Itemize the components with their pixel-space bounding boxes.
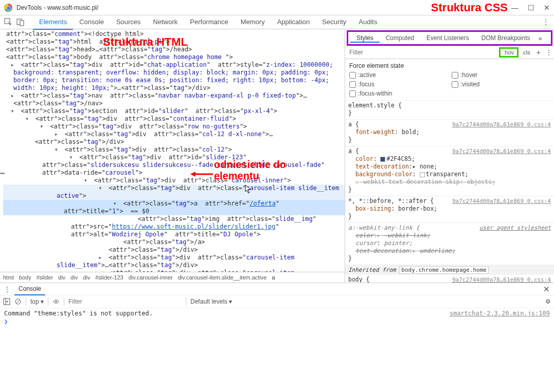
breadcrumb-item[interactable]: div: [70, 274, 78, 281]
annotation-struct-css: Struktura CSS: [431, 1, 508, 14]
styles-tab-event-listeners[interactable]: Event Listeners: [420, 34, 475, 42]
breadcrumb-item[interactable]: a: [272, 274, 275, 281]
console-tab[interactable]: Console: [14, 283, 45, 295]
console-sidebar-toggle-icon[interactable]: [3, 298, 10, 305]
force-state-checkbox[interactable]: [349, 72, 356, 79]
dom-line-marker: •••: [0, 170, 5, 176]
styles-tab-dom-breakpoints[interactable]: DOM Breakpoints: [475, 34, 537, 42]
tab-security[interactable]: Security: [316, 15, 352, 30]
force-state-title: Force element state: [349, 62, 550, 69]
breadcrumb-item[interactable]: div: [83, 274, 90, 281]
breadcrumb-item[interactable]: div.carousel-inner: [129, 274, 173, 281]
breadcrumb-item[interactable]: #slider-123: [95, 274, 123, 281]
styles-panel: StylesComputedEvent ListenersDOM Breakpo…: [345, 29, 554, 283]
dom-line[interactable]: ▾<attr">class="tag">a attr">href="/ofert…: [3, 200, 345, 215]
inherited-from-row: Inherited from body.chrome.homepage.home: [345, 265, 554, 275]
dom-line[interactable]: ▸<attr">class="tag">nav attr">class="nav…: [3, 92, 345, 107]
force-state-focus[interactable]: :focus: [349, 81, 448, 88]
force-state-visited[interactable]: :visited: [452, 81, 550, 88]
close-button[interactable]: ✕: [544, 4, 550, 12]
console-message-source[interactable]: smartchat-2.3.20.min.js:109: [450, 309, 550, 318]
breadcrumb-item[interactable]: body: [19, 274, 31, 281]
css-rule[interactable]: a {9a7c2744d00a78…61e869 0.css:4font-wei…: [345, 120, 554, 146]
console-message: Command "theme:styles" is not supported.: [4, 309, 153, 318]
styles-tab-computed[interactable]: Computed: [380, 34, 420, 42]
inspect-icon[interactable]: [2, 16, 14, 28]
styles-tabs-highlight: StylesComputedEvent ListenersDOM Breakpo…: [347, 30, 552, 46]
devtools-tabbar: ElementsConsoleSourcesNetworkPerformance…: [0, 15, 554, 29]
dom-line[interactable]: ▾<attr">class="tag">div attr">class="con…: [3, 115, 345, 123]
dom-tree[interactable]: attr">class="comment"><!doctype html> <a…: [0, 29, 345, 272]
dom-line[interactable]: ▾<attr">class="tag">div attr">class="col…: [3, 146, 345, 154]
force-state-checkbox[interactable]: [349, 90, 356, 97]
console-levels-selector[interactable]: Default levels ▾: [190, 298, 232, 305]
live-expression-icon[interactable]: [52, 298, 60, 305]
breadcrumb-item[interactable]: div: [58, 274, 65, 281]
tab-console[interactable]: Console: [73, 15, 110, 30]
force-state-checkbox[interactable]: [452, 81, 458, 88]
tab-audits[interactable]: Audits: [352, 15, 383, 30]
force-state-hover[interactable]: :hover: [452, 71, 550, 79]
new-style-rule-button[interactable]: +: [533, 48, 544, 57]
dom-line[interactable]: ▸<attr">class="tag">div attr">class="col…: [3, 130, 345, 146]
cls-toggle-button[interactable]: .cls: [520, 49, 532, 56]
breadcrumb-item[interactable]: #slider: [37, 274, 53, 281]
css-rule[interactable]: a {9a7c2744d00a78…61e869 0.css:4color: #…: [345, 146, 554, 196]
breadcrumb[interactable]: htmlbody#sliderdivdivdiv#slider-123div.c…: [0, 272, 345, 283]
force-state-checkbox[interactable]: [349, 81, 356, 88]
force-state-focus-within[interactable]: :focus-within: [349, 90, 448, 97]
styles-filter-input[interactable]: [345, 49, 499, 56]
dom-line[interactable]: ▾<attr">class="tag">body attr">class="ch…: [3, 53, 345, 61]
hov-toggle-button[interactable]: :hov: [499, 47, 519, 58]
dom-line[interactable]: ▸<attr">class="tag">div attr">id="chat-a…: [3, 61, 345, 92]
console-close-button[interactable]: ✕: [543, 285, 550, 294]
css-rule[interactable]: a:-webkit-any-link {user agent styleshee…: [345, 223, 554, 265]
force-state-panel: Force element state :active :hover :focu…: [345, 59, 554, 101]
dom-line[interactable]: ▾<attr">class="tag">div attr">class="row…: [3, 123, 345, 130]
css-rule[interactable]: element.style {}: [345, 101, 554, 120]
device-toggle-icon[interactable]: [14, 16, 27, 28]
tab-sources[interactable]: Sources: [110, 15, 147, 30]
dom-line[interactable]: <attr">class="tag">/div>: [3, 246, 345, 254]
console-drawer-menu-icon[interactable]: ⋮: [4, 286, 10, 293]
clear-console-icon[interactable]: [14, 298, 22, 305]
tab-network[interactable]: Network: [147, 15, 184, 30]
breadcrumb-item[interactable]: html: [3, 274, 14, 281]
css-rule[interactable]: body {9a7c2744d00a78…61e869 0.css:4: [345, 275, 554, 283]
console-toolbar: top ▾ Default levels ▾ ⚙: [0, 295, 554, 308]
elements-panel: attr">class="comment"><!doctype html> <a…: [0, 29, 345, 283]
styles-more-tabs-icon[interactable]: »: [536, 34, 544, 42]
tab-memory[interactable]: Memory: [235, 15, 271, 30]
styles-menu-icon[interactable]: ⋮: [544, 49, 554, 56]
console-prompt[interactable]: ❯: [4, 318, 8, 326]
css-rule[interactable]: *, *::before, *::after {9a7c2744d00a78…6…: [345, 196, 554, 223]
annotation-ref-element: odniesienie doelementu: [214, 159, 286, 181]
dom-line[interactable]: <attr">class="tag">/a>: [3, 238, 345, 246]
dom-line[interactable]: ▾<attr">class="tag">section attr">id="sl…: [3, 107, 345, 115]
svg-line-9: [16, 300, 20, 304]
styles-tab-styles[interactable]: Styles: [350, 34, 380, 43]
devtools-menu-icon[interactable]: ⋮: [540, 18, 552, 26]
dom-line[interactable]: <attr">class="tag">img attr">class="slid…: [3, 215, 345, 238]
tab-elements[interactable]: Elements: [33, 15, 73, 30]
console-context-selector[interactable]: top ▾: [30, 298, 44, 305]
tab-performance[interactable]: Performance: [184, 15, 234, 30]
dom-line[interactable]: ▸<attr">class="tag">div attr">class="car…: [3, 269, 345, 272]
console-settings-icon[interactable]: ⚙: [545, 298, 551, 305]
dom-line[interactable]: ▾<attr">class="tag">div attr">id="slider…: [3, 154, 345, 177]
chrome-icon: [4, 4, 12, 12]
tab-application[interactable]: Application: [271, 15, 316, 30]
annotation-arrow-icon: [190, 171, 214, 178]
styles-rules[interactable]: element.style {}a {9a7c2744d00a78…61e869…: [345, 101, 554, 283]
console-body[interactable]: Command "theme:styles" is not supported.…: [0, 308, 554, 375]
maximize-button[interactable]: ☐: [528, 4, 534, 12]
dom-line[interactable]: ▾<attr">class="tag">div attr">class="car…: [3, 184, 345, 200]
dom-line[interactable]: ▾<attr">class="tag">div attr">class="car…: [3, 177, 345, 184]
minimize-button[interactable]: ―: [511, 4, 519, 12]
console-filter-input[interactable]: [68, 298, 182, 305]
svg-rect-2: [20, 21, 24, 26]
dom-line[interactable]: ▸<attr">class="tag">div attr">class="car…: [3, 254, 345, 269]
breadcrumb-item[interactable]: div.carousel-item.slide__item.active: [178, 274, 267, 281]
force-state-active[interactable]: :active: [349, 71, 448, 79]
force-state-checkbox[interactable]: [452, 72, 458, 79]
